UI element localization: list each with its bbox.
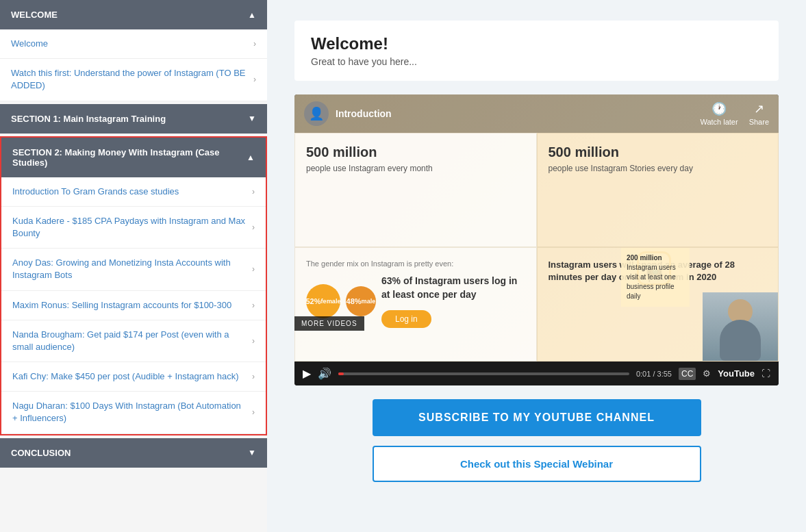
stat-text-2: people use Instagram Stories every day [549,163,768,175]
sidebar-item-kuda[interactable]: Kuda Kadere - $185 CPA Paydays with Inst… [1,207,266,249]
sidebar-item-anoy[interactable]: Anoy Das: Growing and Monetizing Insta A… [1,249,266,290]
sidebar-item-nagu[interactable]: Nagu Dharan: $100 Days With Instagram (B… [1,392,266,433]
video-player[interactable]: 👤 Introduction 🕐 Watch later ↗ Share [294,94,779,385]
youtube-logo: YouTube [718,368,755,379]
section-conclusion: CONCLUSION ▼ [0,438,267,468]
chevron-up-icon: ▲ [248,10,256,20]
sidebar: WELCOME ▲ Welcome › Watch this first: Un… [0,0,267,532]
sidebar-item-watch-first[interactable]: Watch this first: Understand the power o… [0,59,267,101]
volume-button[interactable]: 🔊 [318,367,331,380]
clock-icon: 🕐 [700,101,738,116]
section-2-items: Introduction To Gram Grands case studies… [1,177,266,434]
avatar: 👤 [304,101,329,126]
chevron-right-icon: › [252,223,255,232]
sidebar-item-nanda[interactable]: Nanda Brougham: Get paid $174 per Post (… [1,320,266,362]
main-content: Welcome! Great to have you here... 👤 Int… [267,0,806,532]
chevron-right-icon: › [252,264,255,274]
stat-text-1: people use Instagram every month [306,163,525,175]
chevron-down-icon: ▼ [248,114,256,123]
section-2-label: SECTION 2: Making Money With Instagram (… [12,147,247,168]
video-display: 👤 Introduction 🕐 Watch later ↗ Share [294,94,779,362]
page-title: Welcome! [311,34,762,53]
video-title: Introduction [336,108,392,119]
chevron-right-icon: › [252,336,255,346]
stat-headline-1: 500 million [306,144,525,160]
video-controls: ▶ 🔊 0:01 / 3:55 CC ⚙ YouTube ⛶ [294,362,779,385]
sidebar-item-intro[interactable]: Introduction To Gram Grands case studies… [1,177,266,207]
section-conclusion-header[interactable]: CONCLUSION ▼ [0,438,267,468]
welcome-subtitle: Great to have you here... [311,56,762,67]
time-display: 0:01 / 3:55 [636,370,672,378]
section-1-label: SECTION 1: Main Instagram Training [11,114,166,124]
chevron-up-icon: ▲ [247,153,255,162]
stat-cell-3: The gender mix on Instagram is pretty ev… [294,247,537,362]
chevron-right-icon: › [252,187,255,197]
chevron-right-icon: › [252,407,255,417]
sidebar-item-kafi[interactable]: Kafi Chy: Make $450 per post (Audible + … [1,362,266,392]
sidebar-item-welcome[interactable]: Welcome › [0,29,267,59]
watch-later-button[interactable]: 🕐 Watch later [700,101,738,126]
settings-icon[interactable]: ⚙ [703,368,711,379]
chevron-down-icon: ▼ [248,448,256,457]
progress-bar[interactable] [338,372,629,375]
video-overlay: 👤 Introduction 🕐 Watch later ↗ Share [294,94,779,362]
subscribe-button[interactable]: SUBSCRIBE TO MY YOUTUBE CHANNEL [373,399,701,436]
male-circle: 48%male [346,286,376,316]
webinar-button[interactable]: Check out this Special Webinar [373,446,701,482]
section-conclusion-label: CONCLUSION [11,448,71,458]
section-welcome-header[interactable]: WELCOME ▲ [0,0,267,29]
control-icons-right: CC ⚙ YouTube ⛶ [679,368,770,380]
section-welcome-label: WELCOME [11,10,58,20]
fullscreen-icon[interactable]: ⛶ [761,368,770,379]
section-2-header[interactable]: SECTION 2: Making Money With Instagram (… [1,138,266,177]
cc-icon[interactable]: CC [679,368,696,380]
video-info-area: 500 million people use Instagram every m… [294,133,779,362]
login-button[interactable]: Log in [381,310,431,328]
section-welcome: WELCOME ▲ Welcome › Watch this first: Un… [0,0,267,101]
sidebar-item-maxim[interactable]: Maxim Ronus: Selling Instagram accounts … [1,291,266,320]
stat-text-3a: The gender mix on Instagram is pretty ev… [306,259,525,269]
chevron-right-icon: › [253,75,256,84]
progress-fill [338,372,344,375]
video-actions: 🕐 Watch later ↗ Share [700,101,769,126]
chevron-right-icon: › [252,372,255,381]
stat-cell-2: 500 million people use Instagram Stories… [537,133,779,247]
female-circle: 52%female [306,284,340,318]
play-button[interactable]: ▶ [303,367,311,380]
section-2: SECTION 2: Making Money With Instagram (… [0,136,267,435]
section-1: SECTION 1: Main Instagram Training ▼ [0,104,267,134]
share-icon: ↗ [749,101,769,116]
section-welcome-items: Welcome › Watch this first: Understand t… [0,29,267,101]
share-button[interactable]: ↗ Share [749,101,769,126]
more-videos-badge: MORE VIDEOS [294,316,364,331]
section-1-header[interactable]: SECTION 1: Main Instagram Training ▼ [0,104,267,134]
stat-cell-1: 500 million people use Instagram every m… [294,133,537,247]
video-top-bar: 👤 Introduction 🕐 Watch later ↗ Share [294,94,779,133]
stat-200m: 200 millionInstagram users visit at leas… [621,248,690,307]
stat-headline-2: 500 million [549,144,768,160]
welcome-box: Welcome! Great to have you here... [294,21,779,81]
chevron-right-icon: › [253,39,256,49]
chevron-right-icon: › [252,301,255,310]
